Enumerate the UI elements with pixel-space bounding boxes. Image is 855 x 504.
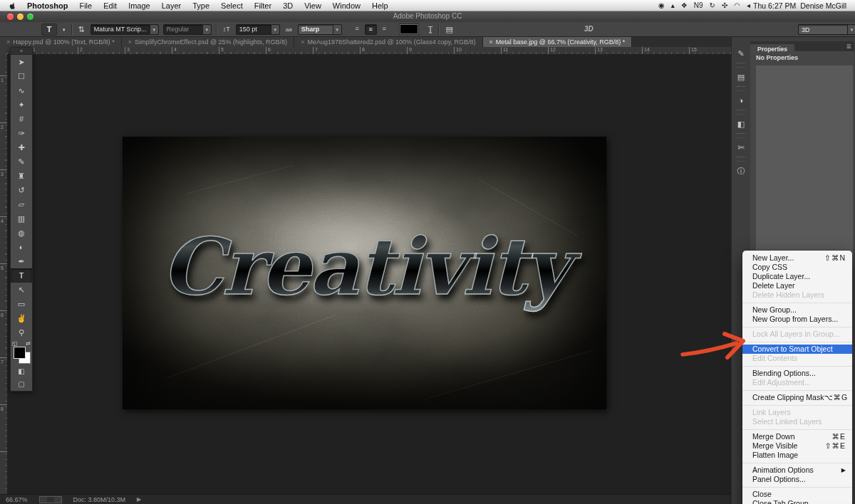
panel-grip[interactable] bbox=[737, 110, 745, 115]
default-colors-icon[interactable]: ◱ bbox=[12, 340, 18, 347]
chevron-down-icon[interactable]: ▾ bbox=[333, 25, 341, 34]
document-tab[interactable]: ×Happy.psd @ 100% (Text, RGB/8) * bbox=[0, 37, 122, 47]
eraser-tool[interactable]: ▱ bbox=[11, 197, 32, 211]
info-panel-icon[interactable]: ⓘ bbox=[733, 163, 749, 179]
rectangular-marquee-tool[interactable]: ☐ bbox=[11, 69, 32, 83]
menu-image[interactable]: Image bbox=[123, 1, 156, 10]
close-tab-icon[interactable]: × bbox=[128, 38, 132, 46]
anti-alias-select[interactable]: Sharp ▾ bbox=[298, 24, 342, 35]
menu-select[interactable]: Select bbox=[215, 1, 249, 10]
document-tab[interactable]: ×Metal base.jpg @ 66.7% (Creativity, RGB… bbox=[483, 37, 633, 47]
font-style-select[interactable]: Regular ▾ bbox=[163, 24, 212, 35]
hand-tool[interactable]: ✌ bbox=[11, 311, 32, 325]
context-menu-item-merge-down[interactable]: Merge Down⌘E bbox=[742, 432, 852, 441]
align-left-button[interactable]: ≡ bbox=[352, 24, 363, 33]
font-family-select[interactable]: Matura MT Scrip... ▾ bbox=[90, 24, 159, 35]
chevron-down-icon[interactable]: ▾ bbox=[150, 25, 158, 34]
wifi-icon[interactable]: ◠ bbox=[734, 0, 740, 11]
airplay-icon[interactable]: ✣ bbox=[722, 0, 727, 11]
panel-grip[interactable] bbox=[737, 133, 745, 138]
context-menu-item-duplicate-layer[interactable]: Duplicate Layer... bbox=[742, 272, 852, 281]
menu-3d[interactable]: 3D bbox=[277, 1, 299, 10]
zoom-tool[interactable]: ⚲ bbox=[11, 325, 32, 340]
context-menu-item-copy-css[interactable]: Copy CSS bbox=[742, 263, 852, 272]
panel-menu-icon[interactable]: ≣ bbox=[846, 41, 851, 51]
menu-bar-user[interactable]: Denise McGill bbox=[799, 1, 849, 10]
swatches-panel-icon[interactable]: ▤ bbox=[733, 69, 749, 85]
text-orientation-icon[interactable]: ⇅ bbox=[77, 24, 86, 35]
tool-preset-arrow-icon[interactable]: ▾ bbox=[61, 24, 67, 35]
brush-settings-panel-icon[interactable]: ✎ bbox=[733, 46, 749, 61]
context-menu-item-new-group[interactable]: New Group... bbox=[742, 305, 852, 315]
foreground-color-swatch[interactable] bbox=[14, 347, 26, 359]
close-tab-icon[interactable]: × bbox=[301, 38, 304, 46]
swap-colors-icon[interactable]: ⇄ bbox=[26, 340, 31, 347]
window-zoom-button[interactable] bbox=[27, 14, 33, 20]
chevron-down-icon[interactable]: ▾ bbox=[202, 25, 211, 34]
warp-text-icon[interactable]: T̰ bbox=[427, 24, 435, 35]
status-options-arrow-icon[interactable]: ▶ bbox=[137, 496, 141, 503]
context-menu-item-close-tab-group[interactable]: Close Tab Group bbox=[742, 499, 852, 504]
apple-menu-icon[interactable] bbox=[7, 1, 19, 10]
context-menu-item-merge-visible[interactable]: Merge Visible⇧⌘E bbox=[742, 441, 852, 451]
panel-grip[interactable] bbox=[737, 157, 745, 162]
menu-filter[interactable]: Filter bbox=[249, 1, 277, 10]
clone-stamp-tool[interactable]: ♜ bbox=[11, 169, 32, 183]
menu-type[interactable]: Type bbox=[187, 1, 215, 10]
masks-panel-icon[interactable]: ◧ bbox=[733, 116, 749, 132]
window-minimize-button[interactable] bbox=[17, 14, 24, 20]
eyedropper-tool[interactable]: ✑ bbox=[11, 126, 32, 140]
close-tab-icon[interactable]: × bbox=[489, 38, 493, 46]
align-center-button[interactable]: ≡ bbox=[365, 24, 377, 35]
context-menu-item-new-layer[interactable]: New Layer...⇧⌘N bbox=[742, 253, 852, 263]
toggle-panels-icon[interactable]: ▤ bbox=[444, 24, 454, 35]
type-color-swatch[interactable] bbox=[400, 24, 418, 34]
move-tool[interactable]: ➤ bbox=[11, 55, 32, 69]
app-status-icon[interactable]: ❖ bbox=[681, 0, 688, 11]
chevron-down-icon[interactable]: ▾ bbox=[847, 25, 855, 34]
notification-count[interactable]: N9 bbox=[694, 0, 703, 11]
chevron-down-icon[interactable]: ▾ bbox=[271, 25, 279, 34]
menu-layer[interactable]: Layer bbox=[156, 1, 187, 10]
zoom-level-field[interactable]: 66.67% bbox=[6, 496, 28, 503]
context-menu-item-blending-options[interactable]: Blending Options... bbox=[742, 369, 852, 378]
menu-bar-clock[interactable]: Thu 6:27 PM bbox=[750, 1, 799, 10]
context-menu-item-animation-options[interactable]: Animation Options▶ bbox=[742, 466, 852, 475]
context-menu-item-panel-options[interactable]: Panel Options... bbox=[742, 475, 852, 484]
type-tool[interactable]: T bbox=[11, 268, 32, 283]
window-close-button[interactable] bbox=[7, 14, 14, 20]
quick-mask-button[interactable]: ◧ bbox=[11, 365, 32, 378]
quick-selection-tool[interactable]: ✦ bbox=[11, 98, 32, 112]
dodge-tool[interactable]: ◐ bbox=[11, 240, 32, 254]
path-selection-tool[interactable]: ↖ bbox=[11, 283, 32, 297]
context-menu-item-new-group-from-layers[interactable]: New Group from Layers... bbox=[742, 315, 852, 324]
document-canvas[interactable]: Creativity bbox=[123, 137, 606, 409]
menu-help[interactable]: Help bbox=[366, 1, 394, 10]
lasso-tool[interactable]: ∿ bbox=[11, 83, 32, 98]
status-preview-widget[interactable] bbox=[39, 496, 62, 503]
input-menu-icon[interactable]: ▴ bbox=[671, 0, 675, 11]
document-tab[interactable]: ×SimplifyChromeEffect.psd @ 25% (highlig… bbox=[122, 37, 294, 47]
context-menu-item-convert-to-smart-object[interactable]: Convert to Smart Object bbox=[742, 345, 852, 354]
pen-tool[interactable]: ✒ bbox=[11, 254, 32, 268]
panel-grip[interactable] bbox=[737, 86, 745, 91]
context-menu-item-create-clipping-mask[interactable]: Create Clipping Mask⌥⌘G bbox=[742, 393, 852, 402]
workspace-switcher[interactable]: 3D ▾ bbox=[798, 24, 855, 35]
sync-icon[interactable]: ↻ bbox=[710, 0, 715, 11]
menu-file[interactable]: File bbox=[73, 1, 98, 10]
type-tool-badge[interactable]: T bbox=[41, 23, 57, 36]
blur-tool[interactable]: ◍ bbox=[11, 226, 32, 240]
close-tab-icon[interactable]: × bbox=[6, 38, 10, 46]
actions-panel-icon[interactable]: ✄ bbox=[733, 140, 749, 155]
spot-healing-brush-tool[interactable]: ✚ bbox=[11, 140, 32, 154]
adjustments-panel-icon[interactable]: ◑ bbox=[733, 93, 749, 108]
align-right-button[interactable]: ≡ bbox=[379, 24, 390, 33]
context-menu-item-delete-layer[interactable]: Delete Layer bbox=[742, 281, 852, 290]
brush-tool[interactable]: ✎ bbox=[11, 154, 32, 169]
screen-mode-button[interactable]: ▢ bbox=[11, 378, 32, 391]
context-menu-item-close[interactable]: Close bbox=[742, 490, 852, 499]
menu-edit[interactable]: Edit bbox=[98, 1, 123, 10]
menu-window[interactable]: Window bbox=[327, 1, 366, 10]
menu-view[interactable]: View bbox=[299, 1, 327, 10]
history-brush-tool[interactable]: ↺ bbox=[11, 183, 32, 197]
